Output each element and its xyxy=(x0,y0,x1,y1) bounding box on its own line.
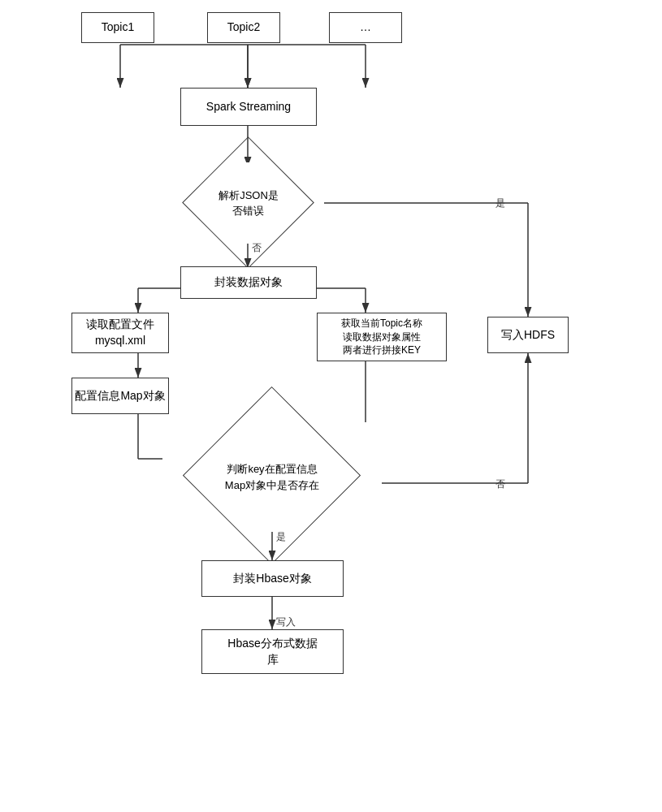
check-key-diamond: 判断key在配置信息Map对象中是否存在 xyxy=(162,422,382,532)
read-config-label: 读取配置文件mysql.xml xyxy=(86,317,154,348)
topic2-label: Topic2 xyxy=(227,19,260,36)
topic2-box: Topic2 xyxy=(207,12,280,43)
no-label-check-key: 否 xyxy=(495,477,505,491)
encapsulate-hbase-box: 封装Hbase对象 xyxy=(201,560,344,597)
get-topic-info-box: 获取当前Topic名称读取数据对象属性两者进行拼接KEY xyxy=(317,313,447,361)
get-topic-info-label: 获取当前Topic名称读取数据对象属性两者进行拼接KEY xyxy=(341,317,422,357)
hbase-db-box: Hbase分布式数据库 xyxy=(201,629,344,674)
topicN-box: … xyxy=(329,12,402,43)
spark-streaming-box: Spark Streaming xyxy=(180,88,317,126)
write-hdfs-box: 写入HDFS xyxy=(487,317,569,353)
flowchart-diagram: Topic1 Topic2 … Spark Streaming 解析JSON是否… xyxy=(0,0,662,812)
topic1-label: Topic1 xyxy=(102,19,134,36)
topic1-box: Topic1 xyxy=(81,12,154,43)
topicN-label: … xyxy=(360,19,371,36)
yes-label-check-key: 是 xyxy=(276,530,286,544)
read-config-box: 读取配置文件mysql.xml xyxy=(71,313,169,353)
config-map-box: 配置信息Map对象 xyxy=(71,378,169,414)
config-map-label: 配置信息Map对象 xyxy=(75,388,165,404)
yes-label-parse-json: 是 xyxy=(495,197,505,210)
write-hdfs-label: 写入HDFS xyxy=(501,327,555,343)
spark-streaming-label: Spark Streaming xyxy=(206,99,291,115)
hbase-db-label: Hbase分布式数据库 xyxy=(227,636,317,667)
check-key-label: 判断key在配置信息Map对象中是否存在 xyxy=(225,461,319,493)
write-label: 写入 xyxy=(276,615,296,629)
parse-json-label: 解析JSON是否错误 xyxy=(219,188,279,219)
encapsulate-data-box: 封装数据对象 xyxy=(180,266,317,299)
encapsulate-hbase-label: 封装Hbase对象 xyxy=(233,571,311,587)
encapsulate-data-label: 封装数据对象 xyxy=(214,274,283,291)
parse-json-diamond: 解析JSON是否错误 xyxy=(173,162,324,244)
no-label-parse-json: 否 xyxy=(252,241,262,255)
